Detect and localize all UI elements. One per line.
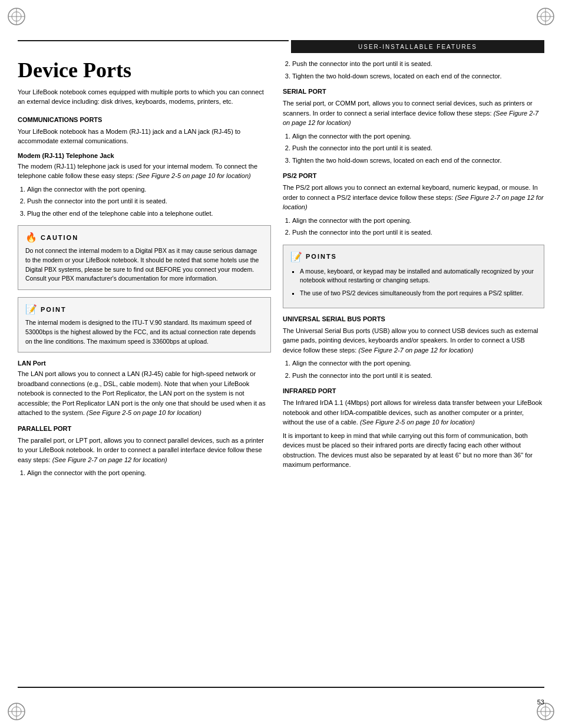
parallel-text: The parallel port, or LPT port, allows y… <box>18 436 271 465</box>
left-column: Device Ports Your LifeBook notebook come… <box>18 59 271 681</box>
modem-step-1: Align the connector with the port openin… <box>27 185 271 195</box>
parallel-steps-cont-list: Push the connector into the port until i… <box>292 59 544 81</box>
lan-heading: LAN Port <box>18 360 271 367</box>
serial-step-1: Align the connector with the port openin… <box>292 131 544 141</box>
ps2-heading: PS/2 PORT <box>283 172 544 179</box>
corner-decoration-tl <box>5 5 40 40</box>
points-title: POINTS <box>306 253 337 260</box>
point-icon: 📝 <box>25 304 37 315</box>
page: User-Installable Features Device Ports Y… <box>0 0 562 728</box>
points-list: A mouse, keyboard, or keypad may be inst… <box>300 267 537 298</box>
modem-text: The modem (RJ-11) telephone jack is used… <box>18 162 271 181</box>
point-header: 📝 POINT <box>25 304 263 315</box>
bottom-rule <box>18 687 544 688</box>
parallel-steps-list: Align the connector with the port openin… <box>27 468 271 478</box>
usb-text: The Universal Serial Bus ports (USB) all… <box>283 326 544 355</box>
content-area: Device Ports Your LifeBook notebook come… <box>18 59 544 681</box>
modem-step-3: Plug the other end of the telephone cabl… <box>27 209 271 219</box>
corner-decoration-br <box>522 688 557 723</box>
infrared-text2: It is important to keep in mind that whi… <box>283 431 544 470</box>
caution-header: 🔥 CAUTION <box>25 232 263 243</box>
intro-text: Your LifeBook notebook comes equipped wi… <box>18 87 271 107</box>
ps2-text: The PS/2 port allows you to connect an e… <box>283 183 544 212</box>
usb-steps-list: Align the connector with the port openin… <box>292 358 544 380</box>
ps2-steps-list: Align the connector with the port openin… <box>292 216 544 238</box>
modem-heading: Modem (RJ-11) Telephone Jack <box>18 152 271 159</box>
infrared-text1: The Infrared IrDA 1.1 (4Mbps) port allow… <box>283 398 544 427</box>
parallel-heading: PARALLEL PORT <box>18 425 271 432</box>
caution-box: 🔥 CAUTION Do not connect the internal mo… <box>18 225 271 290</box>
point-text: The internal modem is designed to the IT… <box>25 318 263 346</box>
parallel-step-cont-2: Push the connector into the port until i… <box>292 59 544 69</box>
points-header: 📝 POINTS <box>290 251 537 262</box>
points-item-2: The use of two PS/2 devices simultaneous… <box>300 289 537 298</box>
usb-heading: UNIVERSAL SERIAL BUS PORTS <box>283 315 544 322</box>
point-title: POINT <box>41 306 67 313</box>
page-title: Device Ports <box>18 59 271 83</box>
modem-step-2: Push the connector into the port until i… <box>27 196 271 206</box>
lan-text: The LAN port allows you to connect a LAN… <box>18 369 271 418</box>
points-icon: 📝 <box>290 251 302 262</box>
serial-steps-list: Align the connector with the port openin… <box>292 131 544 166</box>
ps2-step-1: Align the connector with the port openin… <box>292 216 544 226</box>
usb-step-2: Push the connector into the port until i… <box>292 371 544 381</box>
corner-decoration-bl <box>5 688 40 723</box>
corner-decoration-tr <box>522 5 557 40</box>
comm-ports-heading: COMMUNICATIONS PORTS <box>18 116 271 123</box>
top-rule <box>18 40 289 41</box>
header-bar-text: User-Installable Features <box>358 44 477 50</box>
ps2-step-2: Push the connector into the port until i… <box>292 228 544 238</box>
point-box: 📝 POINT The internal modem is designed t… <box>18 297 271 353</box>
serial-step-2: Push the connector into the port until i… <box>292 143 544 153</box>
caution-text: Do not connect the internal modem to a D… <box>25 246 263 284</box>
header-bar: User-Installable Features <box>291 40 544 53</box>
serial-heading: SERIAL PORT <box>283 88 544 95</box>
serial-text: The serial port, or COMM port, allows yo… <box>283 98 544 128</box>
caution-icon: 🔥 <box>25 232 37 243</box>
points-box: 📝 POINTS A mouse, keyboard, or keypad ma… <box>283 245 544 308</box>
points-item-1: A mouse, keyboard, or keypad may be inst… <box>300 267 537 286</box>
usb-step-1: Align the connector with the port openin… <box>292 358 544 368</box>
caution-title: CAUTION <box>41 234 78 241</box>
right-column: Push the connector into the port until i… <box>283 59 544 681</box>
parallel-step-cont-3: Tighten the two hold-down screws, locate… <box>292 71 544 81</box>
modem-steps-list: Align the connector with the port openin… <box>27 185 271 219</box>
page-number: 53 <box>537 699 544 706</box>
parallel-step-1: Align the connector with the port openin… <box>27 468 271 478</box>
infrared-heading: INFRARED PORT <box>283 387 544 394</box>
comm-ports-intro: Your LifeBook notebook has a Modem (RJ-1… <box>18 127 271 146</box>
serial-step-3: Tighten the two hold-down screws, locate… <box>292 156 544 166</box>
